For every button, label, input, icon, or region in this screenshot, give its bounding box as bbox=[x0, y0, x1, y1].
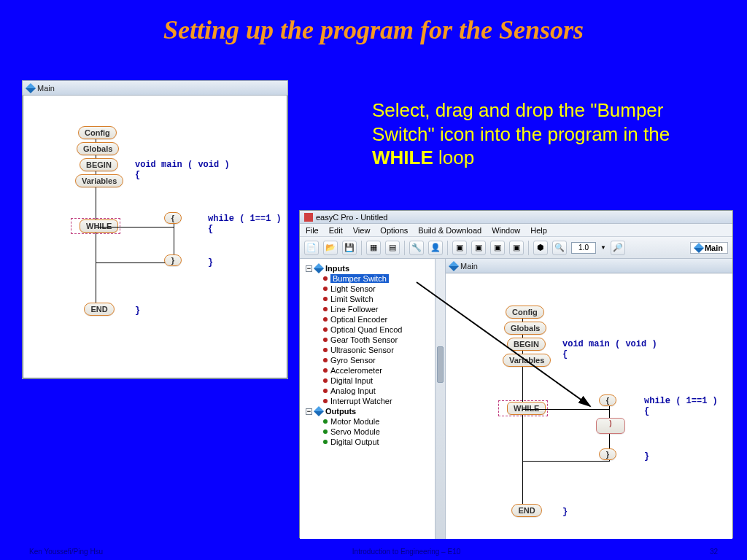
code-while: while ( 1==1 ) { bbox=[644, 396, 718, 416]
win2-flowchart: Config Globals BEGIN Variables WHILE { )… bbox=[446, 273, 732, 553]
menu-edit[interactable]: Edit bbox=[329, 226, 343, 235]
block-globals[interactable]: Globals bbox=[504, 322, 546, 335]
dropdown-icon[interactable]: ▼ bbox=[600, 244, 606, 251]
tool-icon[interactable]: 👤 bbox=[428, 241, 443, 255]
tool-icon[interactable]: ▣ bbox=[471, 241, 486, 255]
instruction-text: Select, drag and drop the "Bumper Switch… bbox=[372, 98, 715, 170]
win1-title: Main bbox=[37, 84, 55, 93]
win2-title: easyC Pro - Untitled bbox=[316, 213, 387, 222]
code-close2: } bbox=[135, 306, 140, 316]
tree-item-optical-encoder[interactable]: Optical Encoder bbox=[303, 314, 445, 324]
collapse-icon[interactable]: − bbox=[306, 408, 312, 415]
block-end[interactable]: END bbox=[84, 303, 115, 316]
tree-group-outputs[interactable]: − Outputs bbox=[303, 406, 445, 416]
block-lbrace[interactable]: { bbox=[599, 394, 616, 406]
separator bbox=[447, 241, 448, 255]
menu-window[interactable]: Window bbox=[492, 226, 520, 235]
menu-view[interactable]: View bbox=[353, 226, 371, 235]
block-lbrace[interactable]: { bbox=[164, 212, 182, 224]
flow-titlebar: Main bbox=[446, 259, 732, 273]
menu-file[interactable]: File bbox=[306, 226, 319, 235]
drop-target[interactable]: ) bbox=[596, 418, 625, 434]
bullet-icon bbox=[323, 419, 328, 424]
code-main: void main ( void ) { bbox=[135, 160, 230, 180]
tree-pane: − Inputs Bumper Switch Light Sensor Limi… bbox=[300, 259, 446, 539]
zoom-in-icon[interactable]: 🔍 bbox=[552, 241, 567, 255]
win1-titlebar: Main bbox=[23, 81, 287, 96]
scrollbar[interactable] bbox=[435, 259, 445, 539]
bullet-icon bbox=[323, 276, 328, 281]
menu-options[interactable]: Options bbox=[380, 226, 408, 235]
block-rbrace[interactable]: } bbox=[599, 448, 616, 460]
save-icon[interactable]: 💾 bbox=[342, 241, 357, 255]
separator bbox=[528, 241, 529, 255]
tool-icon[interactable]: ▣ bbox=[490, 241, 505, 255]
main-flowchart-window: Main Config Globals BEGIN Variables WHIL… bbox=[22, 80, 288, 379]
block-config[interactable]: Config bbox=[78, 126, 117, 139]
collapse-icon[interactable]: − bbox=[306, 265, 312, 272]
tool-icon[interactable]: 🔧 bbox=[409, 241, 424, 255]
block-variables[interactable]: Variables bbox=[503, 354, 551, 367]
bullet-icon bbox=[323, 378, 328, 383]
tree-item-digital-output[interactable]: Digital Output bbox=[303, 437, 445, 447]
group-inputs-label: Inputs bbox=[325, 264, 349, 273]
block-rbrace[interactable]: } bbox=[164, 254, 182, 266]
bullet-icon bbox=[323, 287, 328, 291]
tree-item-gyro[interactable]: Gyro Sensor bbox=[303, 355, 445, 365]
tool-icon[interactable]: ⬢ bbox=[533, 241, 548, 255]
tree-item-servo-module[interactable]: Servo Module bbox=[303, 427, 445, 437]
tool-icon[interactable]: ▣ bbox=[509, 241, 524, 255]
tree-item-digital-input[interactable]: Digital Input bbox=[303, 376, 445, 386]
menu-build[interactable]: Build & Download bbox=[418, 226, 481, 235]
block-while[interactable]: WHILE bbox=[80, 219, 118, 233]
toolbar: 📄 📂 💾 ▦ ▤ 🔧 👤 ▣ ▣ ▣ ▣ ⬢ 🔍 ▼ 🔎 Main bbox=[300, 237, 732, 259]
cube-icon bbox=[26, 82, 36, 93]
code-main: void main ( void ) { bbox=[562, 339, 657, 359]
tree-item-ultrasonic[interactable]: Ultrasonic Sensor bbox=[303, 345, 445, 355]
code-while: while ( 1==1 ) { bbox=[208, 214, 282, 234]
flow-pane: Main Config Globals BEGIN Variables WHIL… bbox=[446, 259, 732, 539]
tool-icon[interactable]: ▣ bbox=[452, 241, 467, 255]
open-icon[interactable]: 📂 bbox=[323, 241, 338, 255]
bullet-icon bbox=[323, 338, 328, 342]
tree-item-light-sensor[interactable]: Light Sensor bbox=[303, 284, 445, 294]
tree-item-motor-module[interactable]: Motor Module bbox=[303, 416, 445, 427]
bullet-icon bbox=[323, 307, 328, 311]
block-globals[interactable]: Globals bbox=[77, 142, 119, 155]
separator bbox=[404, 241, 405, 255]
tree-item-gear-tooth[interactable]: Gear Tooth Sensor bbox=[303, 335, 445, 345]
zoom-field[interactable] bbox=[571, 242, 596, 254]
block-while[interactable]: WHILE bbox=[507, 402, 546, 415]
separator bbox=[361, 241, 362, 255]
footer-right: 32 bbox=[710, 548, 718, 556]
tree-item-bumper-switch[interactable]: Bumper Switch bbox=[303, 273, 445, 284]
tree-item-accelerometer[interactable]: Accelerometer bbox=[303, 365, 445, 376]
block-begin[interactable]: BEGIN bbox=[507, 338, 546, 351]
tree-item-analog-input[interactable]: Analog Input bbox=[303, 386, 445, 396]
tree-group-inputs[interactable]: − Inputs bbox=[303, 263, 445, 273]
menu-help[interactable]: Help bbox=[530, 226, 547, 235]
bullet-icon bbox=[323, 440, 328, 444]
app-icon bbox=[304, 213, 313, 222]
new-icon[interactable]: 📄 bbox=[304, 241, 319, 255]
tree-item-limit-switch[interactable]: Limit Switch bbox=[303, 294, 445, 304]
group-outputs-label: Outputs bbox=[325, 407, 356, 416]
code-close1: } bbox=[644, 451, 649, 462]
bullet-icon bbox=[323, 368, 328, 373]
main-tab[interactable]: Main bbox=[690, 242, 728, 254]
tool-icon[interactable]: ▤ bbox=[385, 241, 400, 255]
block-begin[interactable]: BEGIN bbox=[80, 158, 118, 171]
block-end[interactable]: END bbox=[511, 504, 542, 517]
tree-item-line-follower[interactable]: Line Follower bbox=[303, 304, 445, 314]
cube-icon bbox=[314, 406, 324, 416]
zoom-out-icon[interactable]: 🔎 bbox=[611, 241, 625, 255]
tree-item-interrupt[interactable]: Interrupt Watcher bbox=[303, 396, 445, 406]
scroll-thumb[interactable] bbox=[437, 346, 444, 383]
tool-icon[interactable]: ▦ bbox=[366, 241, 381, 255]
bullet-icon bbox=[323, 317, 328, 322]
tree-item-optical-quad[interactable]: Optical Quad Encod bbox=[303, 324, 445, 335]
bullet-icon bbox=[323, 389, 328, 393]
block-config[interactable]: Config bbox=[506, 306, 544, 319]
flow-title: Main bbox=[460, 262, 478, 271]
block-variables[interactable]: Variables bbox=[75, 174, 123, 187]
